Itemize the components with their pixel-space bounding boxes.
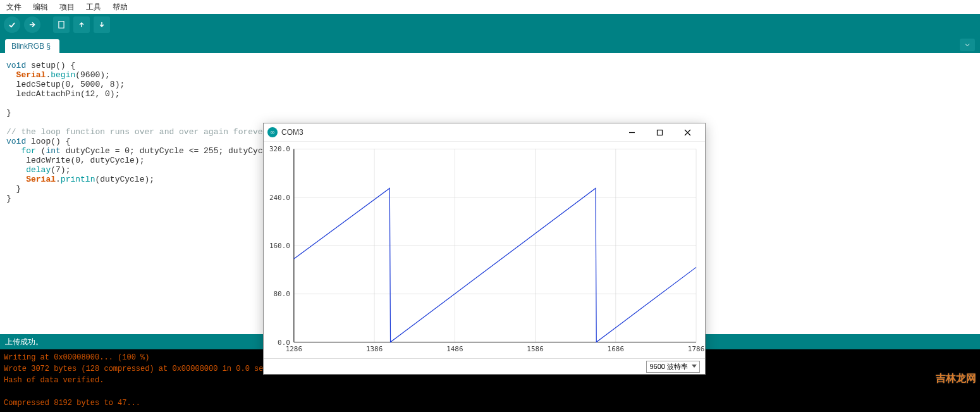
upload-button[interactable] xyxy=(24,16,40,33)
plotter-title-text: COM3 xyxy=(281,128,303,137)
svg-text:80.0: 80.0 xyxy=(273,290,290,298)
svg-rect-2 xyxy=(657,130,662,135)
toolbar xyxy=(0,14,980,35)
svg-text:240.0: 240.0 xyxy=(269,194,290,202)
svg-text:1486: 1486 xyxy=(446,345,463,353)
menu-bar: 文件 编辑 项目 工具 帮助 xyxy=(0,0,980,14)
menu-help[interactable]: 帮助 xyxy=(109,1,132,14)
svg-text:320.0: 320.0 xyxy=(269,145,290,153)
svg-text:1786: 1786 xyxy=(688,345,704,353)
menu-edit[interactable]: 编辑 xyxy=(29,1,52,14)
menu-file[interactable]: 文件 xyxy=(3,1,25,14)
svg-rect-0 xyxy=(59,22,64,28)
serial-plotter-window: ∞ COM3 0.080.0160.0240.0320.012861386148… xyxy=(263,123,706,375)
maximize-button[interactable] xyxy=(646,123,673,141)
watermark: 吉林龙网 xyxy=(936,372,976,385)
close-button[interactable] xyxy=(673,123,701,141)
tab-strip: BlinkRGB § xyxy=(0,35,980,53)
svg-text:1686: 1686 xyxy=(608,345,624,353)
plotter-chart-area: 0.080.0160.0240.0320.0128613861486158616… xyxy=(264,142,705,358)
status-text: 上传成功。 xyxy=(5,337,43,347)
minimize-button[interactable] xyxy=(618,123,646,141)
plotter-footer: 9600 波特率 xyxy=(264,358,705,374)
sketch-tab[interactable]: BlinkRGB § xyxy=(5,39,59,53)
svg-text:1286: 1286 xyxy=(286,345,302,353)
menu-sketch[interactable]: 项目 xyxy=(56,1,78,14)
line-chart: 0.080.0160.0240.0320.0128613861486158616… xyxy=(264,142,705,358)
svg-text:1386: 1386 xyxy=(366,345,383,353)
verify-button[interactable] xyxy=(4,16,20,33)
baud-rate-select[interactable]: 9600 波特率 xyxy=(646,361,700,373)
menu-tools[interactable]: 工具 xyxy=(82,1,105,14)
svg-text:160.0: 160.0 xyxy=(269,242,290,250)
plotter-titlebar[interactable]: ∞ COM3 xyxy=(264,123,705,142)
arduino-icon: ∞ xyxy=(267,127,278,137)
save-sketch-button[interactable] xyxy=(94,16,110,33)
svg-text:1586: 1586 xyxy=(527,345,543,353)
new-sketch-button[interactable] xyxy=(53,16,70,33)
open-sketch-button[interactable] xyxy=(73,16,90,33)
tab-menu-button[interactable] xyxy=(960,39,975,51)
